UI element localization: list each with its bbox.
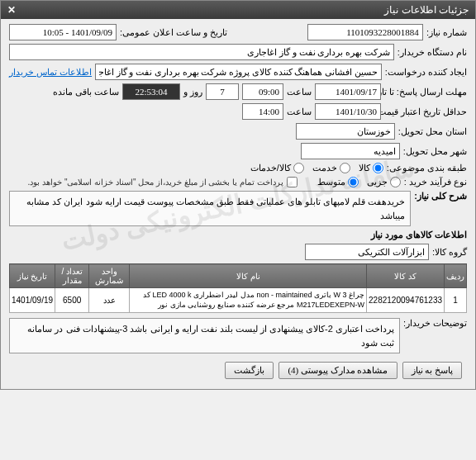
radio-goods-input[interactable] <box>373 163 383 173</box>
row-need-no: شماره نیاز: تاریخ و ساعت اعلان عمومی: <box>9 24 467 40</box>
cell-date: 1401/09/19 <box>10 288 55 313</box>
radio-minor-input[interactable] <box>390 177 401 187</box>
purchase-type-label: نوع فرآیند خرید : <box>404 177 467 187</box>
cell-unit: عدد <box>89 288 130 313</box>
need-no-input[interactable] <box>307 24 423 40</box>
window-title: جزئیات اطلاعات نیاز <box>384 4 469 16</box>
content-area: سامانه تدارکات الکترونیکی دولت شماره نیا… <box>1 19 475 389</box>
announce-label: تاریخ و ساعت اعلان عمومی: <box>120 27 227 38</box>
row-purchase-type: نوع فرآیند خرید : جزیی متوسط پرداخت تمام… <box>9 177 467 187</box>
city-input[interactable] <box>301 143 400 159</box>
th-qty: تعداد / مقدار <box>55 264 89 288</box>
announce-input[interactable] <box>9 24 117 40</box>
row-category: طبقه بندی موضوعی: کالا خدمت کالا/خدمات <box>9 163 467 173</box>
row-notes: توضیحات خریدار: پرداخت اعتباری 2-کالای پ… <box>9 318 467 353</box>
days-input[interactable] <box>206 83 239 100</box>
radio-medium[interactable]: متوسط <box>317 177 359 187</box>
category-radios: کالا خدمت کالا/خدمات <box>250 163 383 173</box>
goods-table: ردیف کد کالا نام کالا واحد شمارش تعداد /… <box>9 263 467 313</box>
radio-goods[interactable]: کالا <box>359 163 383 173</box>
radio-medium-input[interactable] <box>348 177 359 187</box>
table-head: ردیف کد کالا نام کالا واحد شمارش تعداد /… <box>10 264 467 288</box>
device-label: نام دستگاه خریدار: <box>397 47 467 58</box>
back-button[interactable]: بازگشت <box>225 362 274 379</box>
cell-qty: 6500 <box>55 288 89 313</box>
payment-note-row: پرداخت تمام یا بخشی از مبلغ خرید،از محل … <box>28 177 298 187</box>
goods-group-label: گروه کالا: <box>432 247 467 258</box>
days-label: روز و <box>183 87 202 97</box>
row-city: شهر محل تحویل: <box>9 143 467 159</box>
th-date: تاریخ نیاز <box>10 264 55 288</box>
radio-both-label: کالا/خدمات <box>250 163 291 173</box>
row-goods-group: گروه کالا: <box>9 244 467 260</box>
deadline-time-label: ساعت <box>287 87 312 97</box>
city-label: شهر محل تحویل: <box>403 146 467 157</box>
table-row[interactable]: 1 2282120094761233 چراغ W 3 باتری non - … <box>10 288 467 313</box>
need-no-label: شماره نیاز: <box>426 27 467 38</box>
radio-service-label: خدمت <box>312 163 337 173</box>
remain-label: ساعت باقی مانده <box>53 87 119 97</box>
radio-service-input[interactable] <box>340 163 350 173</box>
cell-idx: 1 <box>445 288 467 313</box>
row-province: استان محل تحویل: <box>9 123 467 140</box>
row-desc: شرح کلی نیاز: خریدهفت قلم لامپهای تابلو … <box>9 191 467 226</box>
goods-group-input[interactable] <box>305 244 429 260</box>
payment-checkbox[interactable] <box>287 177 298 187</box>
province-input[interactable] <box>296 123 395 140</box>
requester-input[interactable] <box>95 64 382 80</box>
th-name: نام کالا <box>130 264 367 288</box>
row-validity: حداقل تاریخ اعتبار قیمت: تا تاریخ: ساعت <box>9 103 467 120</box>
desc-title: شرح کلی نیاز: <box>414 191 467 202</box>
device-input[interactable] <box>9 44 394 60</box>
deadline-label: مهلت ارسال پاسخ: تا تاریخ: <box>384 87 467 97</box>
th-idx: ردیف <box>445 264 467 288</box>
countdown-input <box>122 83 180 100</box>
footer-buttons: پاسخ به نیاز مشاهده مدارک پیوستی (4) باز… <box>9 357 467 384</box>
radio-both-input[interactable] <box>293 163 304 173</box>
validity-time-input[interactable] <box>242 103 283 120</box>
radio-medium-label: متوسط <box>317 177 345 187</box>
notes-panel: پرداخت اعتباری 2-کالای پیشنهادی از لیست … <box>9 318 400 353</box>
radio-service[interactable]: خدمت <box>312 163 350 173</box>
category-label: طبقه بندی موضوعی: <box>387 163 467 173</box>
radio-goods-label: کالا <box>359 163 370 173</box>
radio-both[interactable]: کالا/خدمات <box>250 163 304 173</box>
notes-label: توضیحات خریدار: <box>403 318 467 329</box>
cell-name: چراغ W 3 باتری non - maintained مدل لیدر… <box>130 288 367 313</box>
th-unit: واحد شمارش <box>89 264 130 288</box>
th-code: کد کالا <box>367 264 445 288</box>
validity-label: حداقل تاریخ اعتبار قیمت: تا تاریخ: <box>384 107 467 117</box>
desc-panel: خریدهفت قلم لامپهای تابلو های عملیاتی فق… <box>9 191 411 226</box>
radio-minor[interactable]: جزیی <box>367 177 401 187</box>
payment-note: پرداخت تمام یا بخشی از مبلغ خرید،از محل … <box>28 178 283 187</box>
row-deadline: مهلت ارسال پاسخ: تا تاریخ: ساعت روز و سا… <box>9 83 467 100</box>
title-bar: جزئیات اطلاعات نیاز ✕ <box>1 1 475 19</box>
deadline-time-input[interactable] <box>242 83 283 100</box>
row-device: نام دستگاه خریدار: <box>9 44 467 60</box>
goods-section-title: اطلاعات کالاهای مورد نیاز <box>9 230 467 240</box>
radio-minor-label: جزیی <box>367 177 388 187</box>
attachments-button[interactable]: مشاهده مدارک پیوستی (4) <box>278 362 397 379</box>
row-requester: ایجاد کننده درخواست: اطلاعات تماس خریدار <box>9 64 467 80</box>
close-icon[interactable]: ✕ <box>7 4 16 16</box>
cell-code: 2282120094761233 <box>367 288 445 313</box>
purchase-type-radios: جزیی متوسط <box>317 177 401 187</box>
deadline-date-input[interactable] <box>315 83 381 100</box>
validity-date-input[interactable] <box>315 103 381 120</box>
validity-time-label: ساعت <box>287 107 312 117</box>
contact-link[interactable]: اطلاعات تماس خریدار <box>9 67 92 78</box>
province-label: استان محل تحویل: <box>398 126 467 137</box>
requester-label: ایجاد کننده درخواست: <box>385 67 467 78</box>
main-window: جزئیات اطلاعات نیاز ✕ سامانه تدارکات الک… <box>0 0 476 390</box>
reply-button[interactable]: پاسخ به نیاز <box>402 362 463 379</box>
